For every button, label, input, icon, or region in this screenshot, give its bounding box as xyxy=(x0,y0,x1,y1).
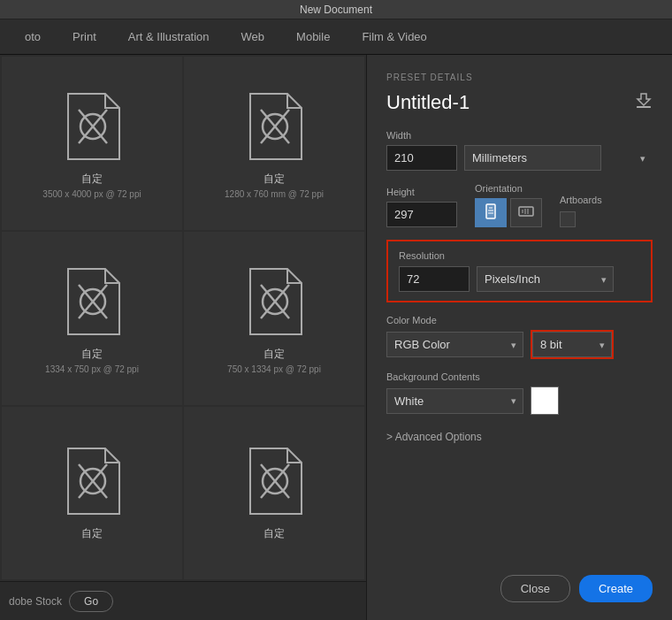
orientation-field-col: Orientation xyxy=(475,183,542,227)
list-item[interactable]: 自定 xyxy=(184,407,364,579)
preset-document-icon xyxy=(61,267,123,338)
color-mode-section: Color Mode RGB Color CMYK Color Grayscal… xyxy=(386,315,653,359)
list-item[interactable]: 自定 xyxy=(2,407,182,579)
height-label: Height xyxy=(386,187,457,197)
preset-sublabel: 3500 x 4000 px @ 72 ppi xyxy=(42,189,141,199)
width-unit-select[interactable]: Millimeters Pixels Inches Centimeters xyxy=(464,145,601,171)
color-mode-label: Color Mode xyxy=(386,315,653,325)
background-contents-wrapper: White Black Background Color Transparent xyxy=(386,388,523,414)
go-button[interactable]: Go xyxy=(69,591,113,612)
create-button[interactable]: Create xyxy=(579,575,653,602)
resolution-inputs: Pixels/Inch Pixels/Centimeter xyxy=(399,266,640,292)
tab-web[interactable]: Web xyxy=(225,19,281,55)
preset-panel: 自定 3500 x 4000 px @ 72 ppi 自定 1280 x 760… xyxy=(0,55,367,620)
width-field-row: Width Millimeters Pixels Inches Centimet… xyxy=(386,130,653,171)
preset-label: 自定 xyxy=(263,347,285,362)
advanced-options-toggle[interactable]: > Advanced Options xyxy=(386,431,653,443)
tab-film[interactable]: Film & Video xyxy=(346,19,442,55)
height-input[interactable] xyxy=(386,202,457,227)
artboards-checkbox[interactable] xyxy=(560,211,576,227)
preset-label: 自定 xyxy=(81,526,103,541)
bit-depth-wrapper: 8 bit 16 bit 32 bit xyxy=(531,330,614,359)
artboards-label: Artboards xyxy=(560,195,602,205)
list-item[interactable]: 自定 750 x 1334 px @ 72 ppi xyxy=(184,232,364,405)
close-button[interactable]: Close xyxy=(500,575,570,602)
color-mode-select[interactable]: RGB Color CMYK Color Grayscale Lab Color… xyxy=(386,332,523,357)
preset-document-icon xyxy=(243,92,305,163)
details-panel: PRESET DETAILS Untitled-1 Width Millimet… xyxy=(367,55,672,620)
resolution-unit-select[interactable]: Pixels/Inch Pixels/Centimeter xyxy=(477,266,614,292)
tab-print[interactable]: Print xyxy=(57,19,112,55)
preset-sublabel: 1280 x 760 mm @ 72 ppi xyxy=(225,189,324,199)
bit-depth-select[interactable]: 8 bit 16 bit 32 bit xyxy=(532,332,612,357)
orientation-row: Height Orientation xyxy=(386,183,653,227)
resolution-label: Resolution xyxy=(399,250,640,261)
color-mode-row: RGB Color CMYK Color Grayscale Lab Color… xyxy=(386,330,653,359)
orientation-buttons xyxy=(475,198,542,227)
preset-label: 自定 xyxy=(263,526,285,541)
width-input[interactable] xyxy=(386,145,457,171)
resolution-input[interactable] xyxy=(399,266,470,292)
preset-document-icon xyxy=(243,447,305,517)
width-label: Width xyxy=(386,130,653,141)
preset-details-section-label: PRESET DETAILS xyxy=(386,73,653,82)
artboards-field-col: Artboards xyxy=(560,195,602,227)
svg-rect-19 xyxy=(486,204,495,218)
list-item[interactable]: 自定 1334 x 750 px @ 72 ppi xyxy=(2,232,182,405)
preset-grid: 自定 3500 x 4000 px @ 72 ppi 自定 1280 x 760… xyxy=(0,55,366,581)
preset-label: 自定 xyxy=(263,172,285,187)
portrait-button[interactable] xyxy=(475,198,507,227)
title-bar-text: New Document xyxy=(300,4,372,16)
width-unit-wrapper: Millimeters Pixels Inches Centimeters xyxy=(464,145,653,171)
details-bottom-bar: Close Create xyxy=(386,557,653,602)
tab-photo[interactable]: oto xyxy=(9,19,57,55)
resolution-unit-wrapper: Pixels/Inch Pixels/Centimeter xyxy=(477,266,614,292)
color-mode-wrapper: RGB Color CMYK Color Grayscale Lab Color… xyxy=(386,332,523,357)
preset-sublabel: 750 x 1334 px @ 72 ppi xyxy=(227,364,321,374)
tab-art[interactable]: Art & Illustration xyxy=(112,19,225,55)
document-title: Untitled-1 xyxy=(386,91,470,114)
resolution-section: Resolution Pixels/Inch Pixels/Centimeter xyxy=(386,240,653,302)
background-contents-select[interactable]: White Black Background Color Transparent xyxy=(386,388,523,414)
background-contents-row: Background Contents White Black Backgrou… xyxy=(386,371,653,415)
preset-label: 自定 xyxy=(81,172,103,187)
main-content: 自定 3500 x 4000 px @ 72 ppi 自定 1280 x 760… xyxy=(0,55,672,620)
preset-label: 自定 xyxy=(81,347,103,362)
width-input-group: Millimeters Pixels Inches Centimeters xyxy=(386,145,653,171)
title-bar: New Document xyxy=(0,0,672,19)
svg-rect-23 xyxy=(519,207,533,216)
preset-document-icon xyxy=(61,447,123,517)
height-field-col: Height xyxy=(386,187,457,227)
landscape-button[interactable] xyxy=(510,198,542,227)
tab-bar: oto Print Art & Illustration Web Mobile … xyxy=(0,19,672,55)
preset-document-icon xyxy=(243,267,305,338)
background-color-swatch[interactable] xyxy=(531,387,559,415)
svg-rect-18 xyxy=(637,106,651,108)
background-contents-label: Background Contents xyxy=(386,371,653,382)
save-preset-icon[interactable] xyxy=(635,93,653,113)
list-item[interactable]: 自定 3500 x 4000 px @ 72 ppi xyxy=(2,57,182,230)
preset-sublabel: 1334 x 750 px @ 72 ppi xyxy=(45,364,139,374)
left-bottom-bar: dobe Stock Go xyxy=(0,581,366,620)
tab-mobile[interactable]: Mobile xyxy=(280,19,346,55)
preset-document-icon xyxy=(61,92,123,163)
bg-contents-input-row: White Black Background Color Transparent xyxy=(386,387,653,415)
document-title-row: Untitled-1 xyxy=(386,91,653,114)
orientation-label: Orientation xyxy=(475,183,542,194)
stock-label: dobe Stock xyxy=(9,595,62,608)
list-item[interactable]: 自定 1280 x 760 mm @ 72 ppi xyxy=(184,57,364,230)
